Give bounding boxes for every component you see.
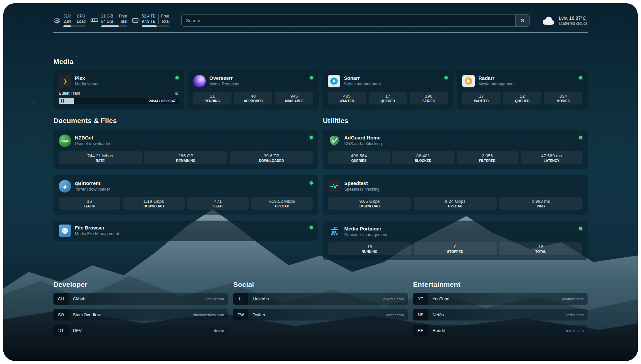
bookmark-netflix[interactable]: NF Netflix netflix.com bbox=[413, 309, 588, 320]
weather-condition: scattered clouds bbox=[559, 21, 588, 26]
service-card-portainer[interactable]: Media Portainer Container management 16R… bbox=[323, 221, 588, 260]
nzbget-icon: nzbget bbox=[59, 135, 71, 147]
disk-widget: 52.4 TB Free 97.9 TB Total bbox=[132, 14, 169, 27]
cpu-widget: 31% CPU 2.94 Load bbox=[53, 14, 86, 27]
cloud-icon bbox=[541, 15, 555, 25]
bookmark-twitter[interactable]: TW Twitter twitter.com bbox=[233, 309, 408, 320]
service-card-qbittorrent[interactable]: qb qBittorrent Torrent downloader 16LEEC… bbox=[53, 175, 318, 215]
service-card-sonarr[interactable]: Sonarr Series management 485WANTED 17QUE… bbox=[322, 70, 453, 109]
bookmark-group-entertainment: Entertainment YT YouTube youtube.com NF … bbox=[413, 281, 588, 336]
bookmark-name: DEV bbox=[73, 328, 82, 333]
stat-approved: 40APPROVED bbox=[234, 92, 272, 105]
stat-download: 9.65 GbpsDOWNLOAD bbox=[328, 197, 411, 210]
dashboard-window: 31% CPU 2.94 Load 21 GiB bbox=[3, 3, 638, 361]
service-name: Speedtest bbox=[344, 180, 380, 187]
section-utilities: Utilities AdGuard Home bbox=[323, 117, 588, 260]
speedtest-icon bbox=[328, 180, 341, 193]
memory-icon bbox=[90, 17, 98, 23]
bookmark-domain: github.com bbox=[205, 297, 224, 301]
service-desc: Media Requests bbox=[209, 82, 239, 86]
service-card-overseerr[interactable]: Overseerr Media Requests 21PENDING 40APP… bbox=[188, 70, 319, 109]
service-desc: Media server bbox=[75, 82, 99, 86]
cpu-load: 2.94 bbox=[63, 19, 74, 24]
entertainment-section-title: Entertainment bbox=[413, 281, 588, 288]
stat-available: 945AVAILABLE bbox=[275, 92, 313, 105]
portainer-icon bbox=[328, 226, 341, 238]
service-card-adguard[interactable]: AdGuard Home DNS and adblocking 498,564Q… bbox=[323, 130, 588, 169]
service-name: NZBGet bbox=[75, 135, 110, 141]
bookmark-name: StackOverflow bbox=[73, 312, 101, 317]
weather-widget: Lviv, 16.87°C scattered clouds bbox=[541, 15, 588, 26]
stat-queued: 22QUEUED bbox=[503, 92, 541, 105]
stat-upload: 618.52 MbpsUPLOAD bbox=[251, 197, 313, 210]
search-provider-button[interactable]: G bbox=[515, 15, 529, 26]
bookmark-dev[interactable]: DT DEV dev.to bbox=[53, 325, 228, 336]
bookmark-abbr: SO bbox=[53, 309, 69, 320]
utilities-section-title: Utilities bbox=[323, 117, 588, 125]
overseerr-icon bbox=[193, 75, 206, 87]
disk-total: 97.9 TB bbox=[142, 19, 158, 24]
bookmark-abbr: NF bbox=[413, 309, 428, 320]
service-desc: Movie management bbox=[478, 82, 515, 86]
bookmark-github[interactable]: GH Github github.com bbox=[53, 293, 228, 305]
bookmark-name: Reddit bbox=[433, 328, 445, 333]
cpu-label: CPU bbox=[74, 14, 86, 19]
service-name: File Browser bbox=[75, 225, 119, 231]
stat-movies: 834MOVIES bbox=[544, 92, 582, 105]
bookmark-abbr: GH bbox=[53, 293, 69, 305]
qbittorrent-icon: qb bbox=[59, 180, 71, 193]
pause-icon[interactable] bbox=[61, 99, 64, 103]
plex-icon: ❯ bbox=[59, 75, 71, 87]
service-card-speedtest[interactable]: Speedtest Speedtest Tracking 9.65 GbpsDO… bbox=[323, 175, 588, 215]
service-desc: Series management bbox=[344, 82, 381, 86]
radarr-icon bbox=[462, 75, 475, 87]
topbar: 31% CPU 2.94 Load 21 GiB bbox=[53, 14, 588, 27]
developer-section-title: Developer bbox=[53, 281, 228, 288]
bookmark-abbr: YT bbox=[413, 293, 428, 305]
stat-queued: 17QUEUED bbox=[369, 92, 407, 105]
cpu-icon bbox=[53, 17, 60, 24]
service-name: Plex bbox=[75, 75, 99, 81]
bookmark-name: YouTube bbox=[433, 296, 449, 301]
memory-total-label: Total bbox=[116, 19, 127, 24]
bookmark-name: LinkedIn bbox=[253, 296, 269, 301]
bookmark-linkedin[interactable]: LI LinkedIn linkedin.com bbox=[233, 293, 408, 305]
bookmark-youtube[interactable]: YT YouTube youtube.com bbox=[413, 293, 588, 305]
service-card-filebrowser[interactable]: File Browser Media File Management bbox=[53, 221, 318, 241]
sonarr-icon bbox=[328, 75, 340, 87]
topbar-divider bbox=[53, 32, 588, 33]
now-playing-progress[interactable]: 24:44 / 02:06:47 bbox=[59, 98, 179, 104]
memory-total: 64 GiB bbox=[101, 19, 116, 24]
search-input[interactable] bbox=[182, 18, 515, 23]
stat-leech: 16LEECH bbox=[59, 197, 120, 210]
bookmark-group-developer: Developer GH Github github.com SO StackO… bbox=[53, 281, 228, 336]
service-desc: Speedtest Tracking bbox=[344, 187, 380, 192]
service-card-nzbget[interactable]: nzbget NZBGet Usenet downloader 744.21 M… bbox=[53, 130, 318, 169]
status-dot bbox=[310, 226, 313, 229]
disk-free: 52.4 TB bbox=[142, 14, 158, 19]
stat-blocked: 86,401BLOCKED bbox=[392, 151, 454, 164]
bookmark-reddit[interactable]: RE Reddit reddit.com bbox=[413, 325, 588, 336]
bookmark-stackoverflow[interactable]: SO StackOverflow stackoverflow.com bbox=[53, 309, 228, 320]
stat-filtered: 2,956FILTERED bbox=[457, 151, 518, 164]
stat-series: 196SERIES bbox=[410, 92, 448, 105]
search-bar: G bbox=[181, 14, 530, 27]
gear-icon[interactable]: ⚙ bbox=[174, 91, 179, 96]
stat-ping: 0.993 msPING bbox=[499, 197, 582, 210]
stat-downloaded: 39.6 TBDOWNLOADED bbox=[230, 151, 313, 164]
service-card-plex[interactable]: ❯ Plex Media server Bullet Train ⚙ bbox=[53, 70, 184, 109]
cpu-progress-bar bbox=[63, 25, 86, 27]
adguard-icon bbox=[328, 135, 341, 147]
stat-total: 16TOTAL bbox=[499, 242, 582, 255]
service-desc: Media File Management bbox=[75, 231, 119, 236]
stat-upload: 9.24 GbpsUPLOAD bbox=[414, 197, 497, 210]
disk-free-label: Free bbox=[158, 14, 169, 19]
bookmark-name: Twitter bbox=[253, 312, 265, 317]
bookmark-domain: reddit.com bbox=[566, 329, 584, 333]
service-name: Radarr bbox=[478, 75, 515, 81]
status-dot bbox=[579, 76, 582, 79]
service-card-radarr[interactable]: Radarr Movie management 17WANTED 22QUEUE… bbox=[457, 70, 588, 109]
bookmark-domain: netflix.com bbox=[565, 313, 584, 317]
bookmark-abbr: DT bbox=[53, 325, 69, 336]
stat-pending: 21PENDING bbox=[193, 92, 231, 105]
